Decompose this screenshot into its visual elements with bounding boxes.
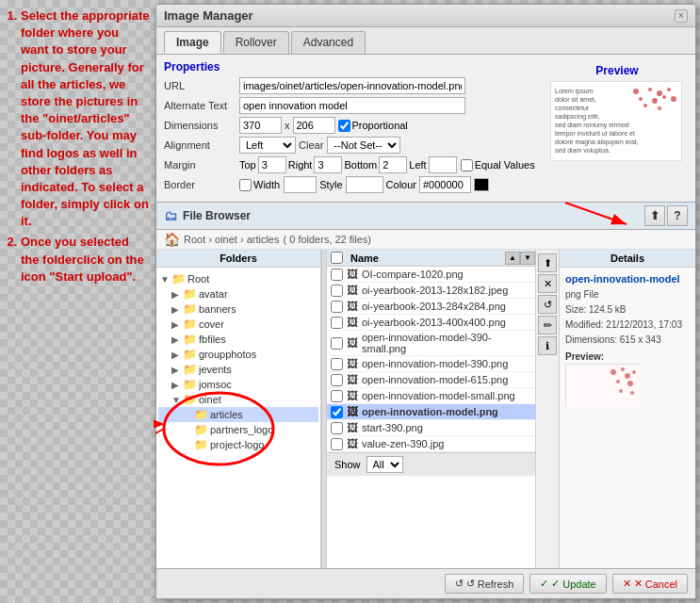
file-icon: 🖼 — [347, 336, 358, 350]
file-checkbox[interactable] — [331, 285, 343, 297]
side-btn-info[interactable]: ℹ — [538, 336, 557, 355]
cancel-button[interactable]: ✕ ✕ ✕ Cancel — [612, 574, 688, 594]
show-select[interactable]: All — [366, 456, 403, 473]
folder-item-root[interactable]: ▼ 📁 Root — [158, 271, 318, 286]
sort-asc-button[interactable]: ▲ — [505, 252, 520, 265]
file-row[interactable]: 🖼 open-innovation-model-615.png — [327, 372, 535, 388]
dimensions-label: Dimensions — [164, 120, 239, 131]
file-checkbox[interactable] — [331, 406, 343, 418]
expand-icon: ▶ — [171, 365, 181, 375]
folder-item-partners-logo[interactable]: 📁 partners_logo — [158, 422, 318, 437]
sort-desc-button[interactable]: ▼ — [520, 252, 535, 265]
file-row[interactable]: 🖼 open-innovation-model-390-small.png — [327, 331, 535, 356]
folder-item-banners[interactable]: ▶ 📁 banners — [158, 302, 318, 317]
border-checkbox[interactable] — [239, 179, 252, 191]
file-checkbox[interactable] — [331, 269, 343, 281]
file-row[interactable]: 🖼 OI-compare-1020.png — [327, 267, 535, 283]
name-column-header: Name — [347, 251, 505, 266]
folder-item-jomsoc[interactable]: ▶ 📁 jomsoc — [158, 377, 318, 392]
folder-item-avatar[interactable]: ▶ 📁 avatar — [158, 286, 318, 302]
folder-label: jevents — [199, 364, 232, 375]
tab-rollover[interactable]: Rollover — [223, 31, 289, 54]
folder-item-fbfiles[interactable]: ▶ 📁 fbfiles — [158, 332, 318, 347]
top-label: Top — [239, 159, 256, 171]
file-row[interactable]: 🖼 start-390.png — [327, 420, 535, 436]
file-name: open-innovation-model-615.png — [362, 374, 508, 385]
properties-form: Properties URL Alternate Text Dimensions… — [164, 60, 537, 196]
proportional-checkbox[interactable] — [338, 120, 350, 132]
tab-bar: Image Rollover Advanced — [156, 27, 695, 55]
side-btn-delete[interactable]: ✕ — [538, 274, 557, 293]
file-checkbox[interactable] — [331, 358, 343, 370]
file-checkbox[interactable] — [331, 317, 343, 329]
folder-icon: 📁 — [194, 408, 208, 421]
tab-image[interactable]: Image — [164, 31, 221, 54]
file-checkbox[interactable] — [331, 422, 343, 434]
border-colour-input[interactable] — [419, 176, 471, 193]
folder-icon: 📁 — [194, 423, 208, 436]
folder-item-jevents[interactable]: ▶ 📁 jevents — [158, 362, 318, 377]
file-checkbox[interactable] — [331, 390, 343, 402]
file-row[interactable]: 🖼 open-innovation-model-390.png — [327, 356, 535, 372]
equal-values-label[interactable]: Equal Values — [461, 159, 535, 171]
border-style-input[interactable] — [346, 176, 383, 193]
file-checkbox[interactable] — [331, 438, 343, 450]
file-checkbox[interactable] — [331, 374, 343, 386]
folder-item-project-logo[interactable]: 📁 project-logo — [158, 437, 318, 452]
proportional-label[interactable]: Proportional — [338, 120, 408, 132]
width-label[interactable]: Width — [239, 179, 280, 191]
side-btn-edit[interactable]: ✏ — [538, 316, 557, 334]
folder-item-groupphotos[interactable]: ▶ 📁 groupphotos — [158, 347, 318, 362]
side-btn-upload[interactable]: ⬆ — [538, 253, 557, 272]
file-row[interactable]: 🖼 oi-yearbook-2013-400x400.png — [327, 315, 535, 331]
svg-point-21 — [621, 367, 625, 371]
file-row[interactable]: 🖼 oi-yearbook-2013-128x182.jpeg — [327, 283, 535, 299]
file-row[interactable]: 🖼 value-zen-390.jpg — [327, 436, 535, 452]
side-btn-refresh[interactable]: ↺ — [538, 295, 557, 314]
folder-item-oinet[interactable]: ▼ 📁 oinet — [158, 392, 318, 407]
expand-icon: ▼ — [160, 274, 170, 285]
folders-panel: Folders ▼ 📁 Root ▶ 📁 avatar ▶ 📁 banners — [156, 250, 321, 568]
url-input[interactable] — [239, 77, 465, 94]
properties-label: Properties — [164, 60, 537, 73]
margin-bottom-input[interactable] — [379, 156, 407, 173]
tab-advanced[interactable]: Advanced — [291, 31, 366, 54]
svg-text:Lorem ipsum: Lorem ipsum — [555, 88, 594, 95]
file-row[interactable]: 🖼 oi-yearbook-2013-284x284.png — [327, 299, 535, 315]
details-header: Details — [560, 250, 695, 268]
svg-point-6 — [652, 98, 658, 104]
border-width-input[interactable] — [284, 176, 317, 193]
clear-select[interactable]: --Not Set-- — [327, 137, 400, 154]
margin-top-input[interactable] — [258, 156, 286, 173]
margin-right-input[interactable] — [314, 156, 342, 173]
file-name: oi-yearbook-2013-128x182.jpeg — [362, 285, 508, 296]
file-row-selected[interactable]: 🖼 open-innovation-model.png — [327, 404, 535, 420]
refresh-button[interactable]: ↺ ↺ ↺ Refresh — [445, 574, 525, 594]
annotation-item1: Select the appropriate folder where you … — [21, 8, 150, 228]
files-panel: Name ▲ ▼ 🖼 OI-compare-1020.png 🖼 oi-year… — [327, 250, 535, 568]
height-input[interactable] — [293, 117, 335, 134]
width-input[interactable] — [239, 117, 282, 134]
select-all-checkbox[interactable] — [331, 252, 343, 264]
breadcrumb-path: Root › oinet › articles — [184, 234, 279, 245]
file-row[interactable]: 🖼 open-innovation-model-small.png — [327, 388, 535, 404]
details-size: Size: 124.5 kB — [565, 302, 690, 318]
svg-point-1 — [633, 89, 639, 94]
image-manager-dialog: Image Manager × Image Rollover Advanced … — [155, 4, 696, 599]
update-button[interactable]: ✓ ✓ ✓ Update — [529, 574, 606, 594]
close-button[interactable]: × — [675, 9, 688, 23]
properties-section: Properties URL Alternate Text Dimensions… — [156, 55, 695, 202]
file-checkbox[interactable] — [331, 301, 343, 313]
fb-help-button[interactable]: ? — [667, 205, 688, 226]
file-browser-header: 🗂 File Browser ⬆ ? — [156, 202, 695, 230]
alignment-select[interactable]: LeftCenterRight — [239, 137, 296, 154]
file-checkbox[interactable] — [331, 337, 343, 350]
folder-item-cover[interactable]: ▶ 📁 cover — [158, 317, 318, 332]
folder-item-articles[interactable]: 📁 articles — [158, 407, 318, 422]
folder-label: jomsoc — [199, 379, 232, 390]
svg-point-27 — [630, 391, 634, 395]
margin-left-input[interactable] — [429, 156, 457, 173]
alt-input[interactable] — [239, 97, 465, 114]
fb-upload-button[interactable]: ⬆ — [644, 205, 665, 226]
equal-values-checkbox[interactable] — [461, 159, 473, 171]
